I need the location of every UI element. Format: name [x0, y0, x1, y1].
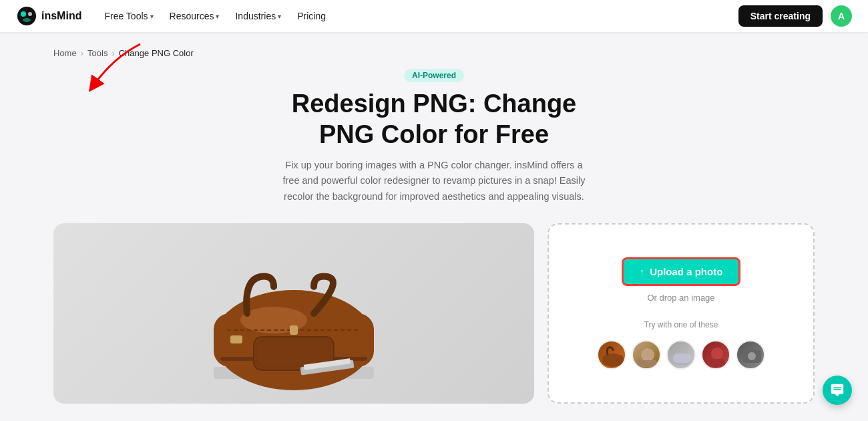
- navbar: insMind Free Tools ▾ Resources ▾ Industr…: [0, 0, 868, 32]
- sample-thumb-5[interactable]: [736, 340, 765, 370]
- logo[interactable]: insMind: [16, 5, 81, 27]
- breadcrumb-current: Change PNG Color: [119, 48, 194, 58]
- svg-rect-22: [673, 354, 692, 363]
- svg-rect-14: [230, 335, 242, 343]
- drop-text: Or drop an image: [647, 293, 714, 303]
- avatar[interactable]: A: [831, 5, 852, 27]
- hero-section: AI-Powered Redesign PNG: Change PNG Colo…: [53, 69, 815, 204]
- svg-point-3: [23, 18, 31, 22]
- breadcrumb: Home › Tools › Change PNG Color: [53, 48, 815, 58]
- chevron-down-icon: ▾: [278, 13, 281, 20]
- nav-links: Free Tools ▾ Resources ▾ Industries ▾ Pr…: [97, 7, 738, 25]
- hero-description: Fix up your boring images with a PNG col…: [280, 158, 588, 204]
- sample-thumb-2[interactable]: [632, 340, 661, 370]
- sample-thumbnails: [597, 340, 765, 370]
- bag-image: [53, 223, 534, 404]
- nav-item-pricing[interactable]: Pricing: [290, 7, 333, 25]
- svg-point-19: [641, 348, 654, 362]
- svg-rect-24: [709, 359, 725, 367]
- start-creating-button[interactable]: Start creating: [738, 5, 823, 27]
- chevron-down-icon: ▾: [150, 13, 154, 20]
- svg-rect-11: [290, 325, 298, 335]
- breadcrumb-sep-1: ›: [81, 48, 83, 58]
- nav-item-free-tools[interactable]: Free Tools ▾: [97, 7, 160, 25]
- svg-rect-18: [602, 355, 624, 363]
- page-title: Redesign PNG: Change PNG Color for Free: [53, 89, 815, 150]
- breadcrumb-sep-2: ›: [112, 48, 114, 58]
- svg-point-2: [28, 12, 32, 16]
- svg-point-0: [17, 7, 36, 25]
- sample-thumb-4[interactable]: [701, 340, 730, 370]
- logo-icon: [16, 5, 37, 27]
- main-content: Home › Tools › Change PNG Color AI-Power…: [0, 32, 868, 404]
- handbag-illustration: [174, 227, 414, 400]
- svg-point-26: [748, 352, 756, 360]
- brand-name: insMind: [41, 10, 81, 22]
- chevron-down-icon: ▾: [216, 13, 219, 20]
- nav-item-resources[interactable]: Resources ▾: [163, 7, 226, 25]
- panels-container: ↑ Upload a photo Or drop an image Try wi…: [53, 223, 815, 404]
- svg-rect-20: [638, 360, 657, 367]
- chat-icon: [830, 383, 845, 398]
- breadcrumb-tools[interactable]: Tools: [87, 48, 107, 58]
- svg-point-23: [711, 347, 723, 360]
- nav-item-industries[interactable]: Industries ▾: [228, 7, 288, 25]
- product-image-panel: [53, 223, 534, 404]
- ai-badge: AI-Powered: [404, 69, 464, 82]
- nav-right: Start creating A: [738, 5, 852, 27]
- breadcrumb-home[interactable]: Home: [53, 48, 77, 58]
- upload-icon: ↑: [640, 266, 645, 277]
- upload-photo-button[interactable]: ↑ Upload a photo: [622, 257, 741, 286]
- sample-thumb-1[interactable]: [597, 340, 626, 370]
- sample-thumb-3[interactable]: [666, 340, 696, 370]
- try-with-text: Try with one of these: [644, 320, 718, 329]
- upload-panel: ↑ Upload a photo Or drop an image Try wi…: [548, 223, 815, 404]
- chat-button[interactable]: [823, 376, 852, 405]
- svg-point-1: [21, 11, 26, 17]
